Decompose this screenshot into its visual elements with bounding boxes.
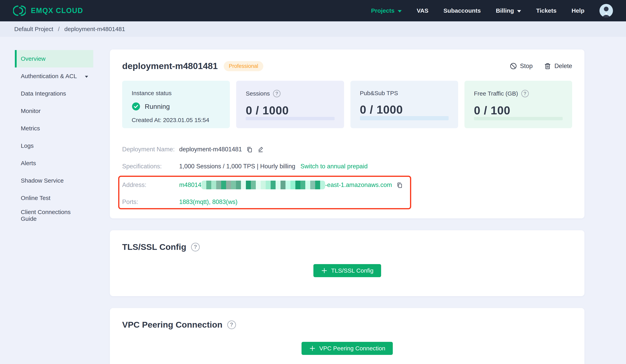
help-icon[interactable]: ? (227, 321, 236, 329)
tls-ssl-card: TLS/SSL Config ? TLS/SSL Config (110, 230, 585, 296)
edit-icon[interactable] (257, 146, 264, 153)
deployment-name-label: Deployment Name: (122, 146, 179, 153)
ports-label: Ports: (122, 198, 179, 206)
nav-item-billing[interactable]: Billing (496, 7, 521, 14)
sidebar-item-monitor[interactable]: Monitor (15, 102, 93, 120)
delete-label: Delete (554, 63, 572, 70)
instance-status-value: Running (145, 103, 170, 110)
stop-label: Stop (520, 63, 533, 70)
check-circle-icon (132, 102, 140, 111)
pubsub-tps-card: Pub&Sub TPS 0 / 1000 (351, 81, 458, 128)
specifications-value: 1,000 Sessions / 1,000 TPS | Hourly bill… (179, 163, 295, 170)
button-label: TLS/SSL Config (331, 267, 374, 274)
sidebar-item-shadow-service[interactable]: Shadow Service (15, 172, 93, 189)
sidebar-item-label: Data Integrations (21, 90, 66, 97)
avatar[interactable] (599, 4, 613, 17)
switch-annual-prepaid-link[interactable]: Switch to annual prepaid (300, 163, 368, 170)
stop-button[interactable]: Stop (509, 62, 533, 70)
chevron-down-icon (85, 76, 88, 78)
nav-item-label: Help (572, 7, 585, 14)
sidebar-item-label: Shadow Service (21, 177, 64, 184)
sidebar-item-label: Logs (21, 143, 34, 149)
sidebar-item-label: Metrics (21, 125, 40, 132)
specifications-label: Specifications: (122, 163, 179, 170)
free-traffic-card: Free Traffic (GB) ? 0 / 100 (465, 81, 572, 128)
sidebar-item-label: Authentication & ACL (21, 73, 77, 79)
delete-button[interactable]: Delete (544, 62, 572, 70)
top-nav-links: Projects VAS Subaccounts Billing Tickets… (371, 4, 613, 17)
vpc-peering-card: VPC Peering Connection ? VPC Peering Con… (110, 308, 585, 364)
deployment-name-value: deployment-m4801481 (179, 146, 242, 153)
instance-status-card: Instance status Running Created At: 2023… (122, 81, 230, 128)
address-row: Address: m48014 -east-1.amazonaws.com (122, 177, 572, 193)
help-icon[interactable]: ? (191, 243, 200, 252)
nav-item-label: VAS (417, 7, 429, 14)
created-at: Created At: 2023.01.05 15:54 (132, 117, 220, 123)
trash-icon (544, 62, 551, 70)
address-label: Address: (122, 182, 179, 188)
brand-name: EMQX CLOUD (31, 6, 83, 15)
main-content: deployment-m4801481 Professional Stop (110, 37, 626, 364)
sidebar-item-authentication-acl[interactable]: Authentication & ACL (15, 68, 93, 85)
button-label: VPC Peering Connection (319, 345, 386, 352)
sidebar-item-data-integrations[interactable]: Data Integrations (15, 85, 93, 102)
address-prefix: m48014 (179, 182, 201, 188)
copy-icon[interactable] (246, 146, 253, 153)
plus-icon (321, 267, 328, 274)
sidebar-item-label: Online Test (21, 195, 50, 201)
sessions-label: Sessions (246, 90, 270, 97)
top-nav: EMQX CLOUD Projects VAS Subaccounts Bill… (0, 0, 626, 21)
sidebar: Overview Authentication & ACL Data Integ… (0, 37, 110, 224)
specifications-row: Specifications: 1,000 Sessions / 1,000 T… (122, 158, 572, 175)
nav-item-tickets[interactable]: Tickets (536, 7, 556, 14)
pubsub-tps-progress-bar (360, 116, 449, 120)
sidebar-item-label: Monitor (21, 108, 40, 114)
sessions-card: Sessions ? 0 / 1000 (236, 81, 344, 128)
help-icon[interactable]: ? (273, 90, 280, 97)
help-icon[interactable]: ? (521, 90, 529, 97)
copy-icon[interactable] (396, 182, 403, 188)
nav-item-label: Tickets (536, 7, 556, 14)
sidebar-item-online-test[interactable]: Online Test (15, 189, 93, 207)
vpc-peering-heading: VPC Peering Connection (122, 320, 223, 329)
nav-item-subaccounts[interactable]: Subaccounts (443, 7, 481, 14)
address-redacted-blocks (201, 181, 325, 189)
breadcrumb-current: deployment-m4801481 (64, 26, 125, 33)
address-suffix: -east-1.amazonaws.com (325, 182, 392, 188)
chevron-down-icon (398, 10, 402, 12)
sidebar-item-metrics[interactable]: Metrics (15, 120, 93, 137)
ports-row: Ports: 1883(mqtt), 8083(ws) (122, 193, 572, 211)
breadcrumb-project[interactable]: Default Project (14, 26, 53, 33)
instance-status-label: Instance status (132, 90, 220, 97)
sidebar-item-label: Overview (21, 55, 45, 62)
deployment-name-row: Deployment Name: deployment-m4801481 (122, 141, 572, 158)
free-traffic-progress-bar (474, 117, 563, 120)
breadcrumb-separator: / (58, 26, 60, 33)
emqx-logo-icon (13, 4, 26, 17)
pubsub-tps-label: Pub&Sub TPS (360, 90, 398, 97)
sessions-progress-bar (246, 117, 334, 120)
sidebar-item-overview[interactable]: Overview (15, 50, 93, 68)
nav-item-label: Billing (496, 7, 514, 14)
nav-item-help[interactable]: Help (572, 7, 585, 14)
sessions-value: 0 / 1000 (246, 104, 334, 117)
deployment-title: deployment-m4801481 (122, 61, 218, 71)
sidebar-item-label: Alerts (21, 160, 36, 167)
nav-item-label: Projects (371, 7, 394, 14)
sidebar-item-label: Client Connections Guide (21, 209, 88, 222)
free-traffic-label: Free Traffic (GB) (474, 90, 518, 97)
add-tls-ssl-config-button[interactable]: TLS/SSL Config (313, 264, 381, 277)
plan-badge: Professional (224, 61, 264, 71)
nav-item-vas[interactable]: VAS (417, 7, 429, 14)
sidebar-item-client-connections-guide[interactable]: Client Connections Guide (15, 207, 93, 224)
add-vpc-peering-connection-button[interactable]: VPC Peering Connection (302, 342, 393, 355)
brand[interactable]: EMQX CLOUD (13, 4, 83, 17)
sidebar-item-logs[interactable]: Logs (15, 137, 93, 154)
nav-item-projects[interactable]: Projects (371, 7, 401, 14)
ports-value: 1883(mqtt), 8083(ws) (179, 198, 237, 206)
sidebar-item-alerts[interactable]: Alerts (15, 154, 93, 172)
deployment-overview-card: deployment-m4801481 Professional Stop (110, 49, 585, 218)
free-traffic-value: 0 / 100 (474, 104, 563, 117)
tls-ssl-heading: TLS/SSL Config (122, 242, 186, 252)
breadcrumb: Default Project / deployment-m4801481 (0, 21, 626, 37)
